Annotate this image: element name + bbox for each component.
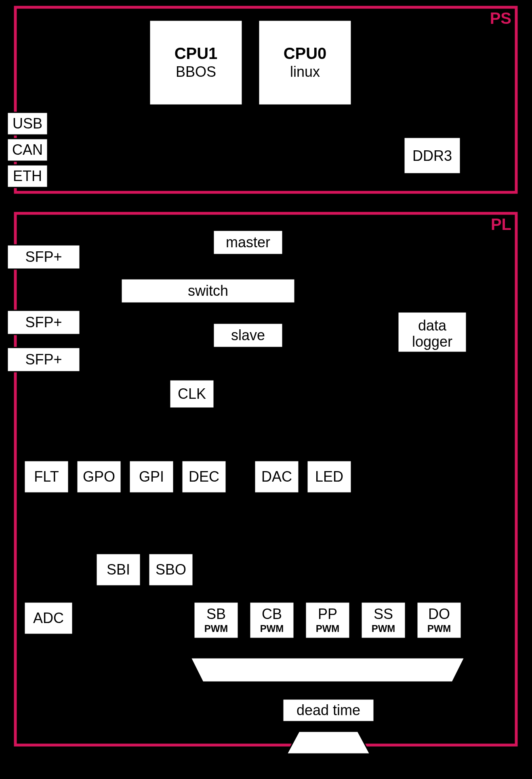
led-block: LED [307, 461, 351, 493]
cpu1-title: CPU1 [175, 44, 218, 62]
svg-rect-11 [443, 198, 449, 207]
eth-block: ETH [7, 165, 48, 187]
output-mux [287, 731, 370, 754]
do-pwm-block: DO PWM [417, 602, 461, 638]
switch-label: switch [188, 282, 228, 299]
cpu0-os: linux [290, 63, 320, 80]
do-pwm-t: DO [428, 606, 450, 622]
clk-label: CLK [178, 385, 206, 402]
sbo-block: SBO [149, 554, 193, 586]
ddr3-block: DDR3 [404, 137, 461, 174]
do-pwm-b: PWM [427, 623, 451, 634]
slave-block: slave [213, 323, 283, 347]
flt-label: FLT [34, 468, 59, 485]
pwm-mux [191, 658, 465, 682]
sbi-label: SBI [107, 561, 130, 578]
data-logger-l1: data [418, 317, 447, 334]
cpu1-os: BBOS [176, 63, 216, 80]
can-block: CAN [7, 139, 48, 161]
cpu0-title: CPU0 [284, 44, 327, 62]
svg-rect-0 [149, 20, 242, 105]
sfp1-block: SFP+ [7, 245, 80, 269]
adc-block: ADC [24, 602, 73, 634]
sfp1-label: SFP+ [25, 248, 62, 265]
dead-time-label: dead time [296, 702, 360, 718]
diagram-canvas: PS CPU1 BBOS CPU0 linux USB CAN ETH DDR3… [0, 0, 532, 779]
pp-pwm-t: PP [318, 606, 337, 622]
gpo-label: GPO [83, 468, 115, 485]
ss-pwm-t: SS [374, 606, 393, 622]
svg-rect-9 [310, 198, 315, 207]
dac-label: DAC [261, 468, 292, 485]
svg-rect-10 [435, 198, 441, 207]
pl-label: PL [491, 215, 511, 233]
svg-rect-7 [209, 198, 214, 207]
dec-block: DEC [182, 461, 226, 493]
cb-pwm-t: CB [262, 606, 282, 622]
sfp3-block: SFP+ [7, 347, 80, 372]
sbo-label: SBO [156, 561, 186, 578]
flt-block: FLT [24, 461, 69, 493]
can-label: CAN [12, 141, 43, 158]
eth-label: ETH [13, 168, 42, 184]
clk-block: CLK [170, 380, 214, 408]
master-label: master [226, 234, 270, 251]
sb-pwm-t: SB [206, 606, 226, 622]
slave-label: slave [231, 327, 265, 343]
data-logger-block: data logger [398, 312, 467, 352]
cb-pwm-b: PWM [260, 623, 284, 634]
svg-rect-8 [302, 198, 307, 207]
dec-label: DEC [189, 468, 219, 485]
sb-pwm-b: PWM [204, 623, 228, 634]
ddr3-label: DDR3 [412, 147, 452, 164]
usb-label: USB [13, 115, 42, 132]
gpi-block: GPI [129, 461, 174, 493]
switch-block: switch [121, 279, 295, 303]
sfp2-block: SFP+ [7, 310, 80, 335]
gpi-label: GPI [139, 468, 164, 485]
gpo-block: GPO [77, 461, 121, 493]
ss-pwm-block: SS PWM [361, 602, 406, 638]
sfp2-label: SFP+ [25, 314, 62, 331]
led-label: LED [315, 468, 343, 485]
dead-time-block: dead time [283, 699, 374, 722]
pp-pwm-b: PWM [316, 623, 340, 634]
sb-pwm-block: SB PWM [194, 602, 238, 638]
pp-pwm-block: PP PWM [305, 602, 350, 638]
master-block: master [213, 230, 283, 255]
cpu1-block: CPU1 BBOS [149, 20, 242, 105]
cpu0-block: CPU0 linux [259, 20, 351, 105]
svg-rect-6 [201, 198, 206, 207]
cb-pwm-block: CB PWM [250, 602, 294, 638]
ps-label: PS [490, 9, 511, 27]
usb-block: USB [7, 112, 48, 135]
sbi-block: SBI [96, 554, 141, 586]
svg-rect-1 [259, 20, 351, 105]
sfp3-label: SFP+ [25, 351, 62, 368]
gap-dashes [201, 198, 449, 207]
adc-label: ADC [33, 610, 64, 626]
ss-pwm-b: PWM [372, 623, 395, 634]
data-logger-l2: logger [412, 333, 452, 350]
dac-block: DAC [254, 461, 299, 493]
